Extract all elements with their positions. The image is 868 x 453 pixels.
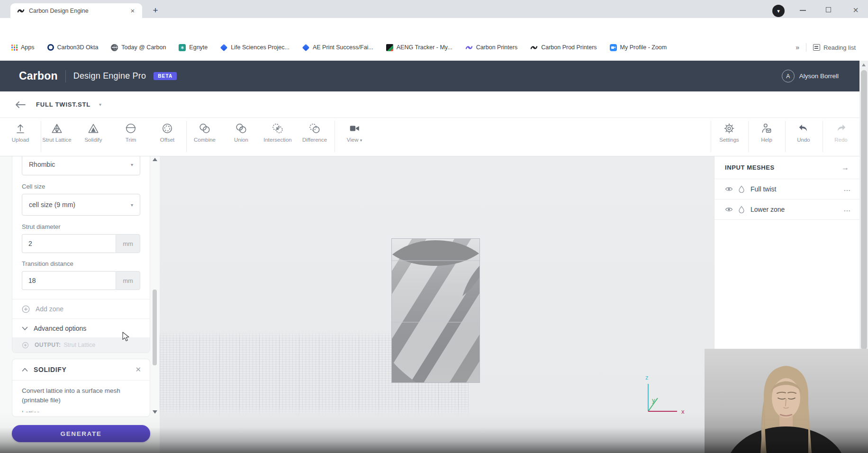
cell-size-select[interactable]: cell size (9 mm) (22, 194, 140, 216)
bookmark-item[interactable]: Carbon Prod Printers (530, 44, 597, 51)
item-menu-icon[interactable] (844, 206, 851, 213)
view-button[interactable]: View (336, 122, 372, 143)
strut-diameter-input[interactable] (22, 235, 116, 253)
back-arrow-icon[interactable] (15, 101, 26, 108)
user-menu[interactable]: A Alyson Borrell (782, 61, 839, 91)
window-close-button[interactable] (851, 6, 860, 14)
item-menu-icon[interactable] (844, 186, 851, 193)
scroll-up-icon[interactable] (153, 158, 157, 161)
bookmarks-overflow-icon[interactable] (796, 43, 799, 52)
bookmark-item[interactable]: Life Sciences Projec... (220, 44, 289, 51)
union-icon (235, 122, 247, 135)
visibility-eye-icon[interactable] (725, 186, 733, 192)
chevron-down-icon (22, 326, 28, 331)
new-tab-button[interactable] (150, 5, 161, 16)
trim-button[interactable]: Trim (113, 122, 149, 143)
mesh-list-item[interactable]: Full twist (714, 179, 859, 199)
apps-label: Apps (21, 44, 35, 51)
combine-icon (199, 122, 211, 135)
bookmarks-bar: Apps Carbon3D Okta Today @ Carbon Egnyte… (0, 37, 868, 61)
design-filename: FULL TWIST.STL (36, 101, 90, 108)
carbon-logo: Carbon (19, 70, 58, 82)
cell-size-label: Cell size (22, 183, 140, 190)
smartsheet-favicon (220, 44, 227, 51)
chevron-up-icon[interactable] (22, 368, 28, 372)
bookmark-item[interactable]: Carbon Printers (465, 44, 518, 51)
lattice-type-select[interactable]: Rhombic (22, 156, 140, 175)
intersection-button[interactable]: Intersection (260, 122, 296, 143)
bookmark-item[interactable]: Today @ Carbon (111, 44, 166, 51)
app-header: Carbon Design Engine Pro BETA A Alyson B… (0, 61, 859, 91)
scroll-up-icon[interactable] (862, 63, 866, 66)
scroll-down-icon[interactable] (153, 410, 157, 414)
solidify-icon (87, 122, 99, 135)
generate-button[interactable]: GENERATE (12, 425, 150, 442)
viewport-3d[interactable]: z y x (160, 156, 714, 453)
strut-diameter-field: mm (22, 234, 140, 253)
upload-button[interactable]: Upload (2, 122, 38, 143)
transition-distance-label: Transition distance (22, 260, 140, 267)
undo-button[interactable]: Undo (786, 122, 822, 143)
mouse-cursor (122, 332, 131, 342)
okta-favicon (47, 44, 54, 51)
upload-icon (14, 122, 27, 135)
help-button[interactable]: Help (749, 122, 785, 143)
help-contact-icon (760, 122, 773, 135)
visibility-eye-icon[interactable] (725, 207, 733, 212)
redo-button[interactable]: Redo (823, 122, 859, 143)
browser-tab[interactable]: Carbon Design Engine (10, 3, 142, 18)
unit-suffix: mm (116, 271, 140, 290)
trim-icon (125, 122, 137, 135)
panel-scrollbar[interactable] (152, 158, 158, 414)
apps-shortcut[interactable]: Apps (11, 44, 35, 51)
solidify-title: SOLIDIFY (34, 366, 135, 373)
offset-button[interactable]: Offset (149, 122, 185, 143)
strut-lattice-card: Rhombic Cell size cell size (9 mm) Strut… (12, 156, 150, 353)
beta-badge: BETA (154, 72, 177, 80)
solidify-card: SOLIDIFY Convert lattice into a surface … (12, 359, 150, 417)
input-meshes-title: INPUT MESHES (725, 164, 775, 171)
axis-z-label: z (645, 374, 649, 381)
tab-close-icon[interactable] (129, 7, 136, 15)
filename-dropdown-icon[interactable] (99, 102, 101, 107)
truncated-label: Lattice (22, 409, 140, 412)
twisted-lattice-model[interactable] (391, 238, 480, 383)
difference-button[interactable]: Difference (297, 122, 333, 143)
scrollbar-thumb[interactable] (861, 70, 867, 350)
axis-y-label: y (652, 397, 655, 404)
scrollbar-thumb[interactable] (153, 290, 157, 365)
carbon-swoosh-favicon (465, 45, 473, 51)
mesh-list-item[interactable]: Lower zone (714, 199, 859, 219)
reading-list-button[interactable]: Reading list (823, 44, 856, 51)
bookmark-item[interactable]: AENG Tracker - My... (386, 44, 452, 51)
bookmark-item[interactable]: My Profile - Zoom (610, 44, 667, 51)
intersection-icon (271, 122, 284, 135)
divider (714, 219, 859, 220)
bookmark-item[interactable]: Carbon3D Okta (47, 44, 99, 51)
transition-distance-field: mm (22, 271, 140, 290)
reading-list-icon (813, 44, 820, 51)
union-button[interactable]: Union (223, 122, 259, 143)
settings-button[interactable]: Settings (711, 122, 747, 143)
collapse-panel-icon[interactable] (841, 163, 849, 172)
window-minimize-button[interactable] (800, 10, 806, 11)
window-maximize-button[interactable] (826, 7, 831, 12)
bookmark-item[interactable]: Egnyte (179, 44, 208, 51)
redo-icon (835, 122, 847, 135)
add-zone-button[interactable]: Add zone (12, 299, 150, 318)
browser-tab-strip: Carbon Design Engine (0, 0, 868, 18)
axis-x-label: x (681, 408, 685, 415)
media-controls-icon[interactable] (772, 5, 785, 17)
transition-distance-input[interactable] (22, 272, 116, 290)
bookmark-item[interactable]: AE Print Success/Fai... (302, 44, 373, 51)
left-parameter-panel: Rhombic Cell size cell size (9 mm) Strut… (0, 156, 160, 453)
strut-diameter-label: Strut diameter (22, 223, 140, 230)
solidify-button[interactable]: Solidify (75, 122, 111, 143)
close-icon[interactable] (135, 365, 141, 374)
chevron-down-icon (131, 202, 133, 208)
combine-button[interactable]: Combine (187, 122, 223, 143)
chevron-down-icon (131, 162, 133, 167)
design-title-bar: FULL TWIST.STL (0, 91, 859, 118)
offset-icon (161, 122, 173, 135)
strut-lattice-button[interactable]: Strut Lattice (39, 122, 75, 143)
